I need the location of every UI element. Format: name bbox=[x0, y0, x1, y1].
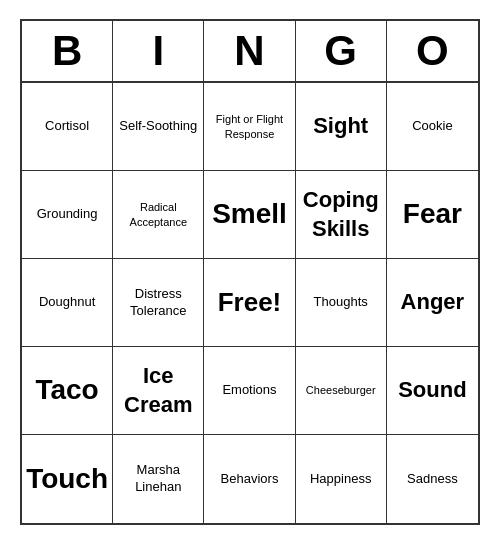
bingo-cell: Sadness bbox=[387, 435, 478, 523]
bingo-grid: CortisolSelf-SoothingFight or Flight Res… bbox=[22, 83, 478, 523]
bingo-cell: Sight bbox=[296, 83, 387, 171]
bingo-cell: Grounding bbox=[22, 171, 113, 259]
bingo-cell: Doughnut bbox=[22, 259, 113, 347]
bingo-cell: Cheeseburger bbox=[296, 347, 387, 435]
bingo-card: BINGO CortisolSelf-SoothingFight or Flig… bbox=[20, 19, 480, 525]
bingo-cell: Sound bbox=[387, 347, 478, 435]
bingo-cell: Self-Soothing bbox=[113, 83, 204, 171]
bingo-cell: Happiness bbox=[296, 435, 387, 523]
bingo-letter: N bbox=[204, 21, 295, 81]
bingo-cell: Ice Cream bbox=[113, 347, 204, 435]
bingo-letter: B bbox=[22, 21, 113, 81]
bingo-cell: Behaviors bbox=[204, 435, 295, 523]
bingo-cell: Free! bbox=[204, 259, 295, 347]
bingo-cell: Taco bbox=[22, 347, 113, 435]
bingo-cell: Anger bbox=[387, 259, 478, 347]
bingo-letter: I bbox=[113, 21, 204, 81]
bingo-cell: Fear bbox=[387, 171, 478, 259]
bingo-cell: Emotions bbox=[204, 347, 295, 435]
bingo-header: BINGO bbox=[22, 21, 478, 83]
bingo-cell: Fight or Flight Response bbox=[204, 83, 295, 171]
bingo-cell: Cortisol bbox=[22, 83, 113, 171]
bingo-letter: G bbox=[296, 21, 387, 81]
bingo-cell: Radical Acceptance bbox=[113, 171, 204, 259]
bingo-cell: Smell bbox=[204, 171, 295, 259]
bingo-cell: Distress Tolerance bbox=[113, 259, 204, 347]
bingo-letter: O bbox=[387, 21, 478, 81]
bingo-cell: Marsha Linehan bbox=[113, 435, 204, 523]
bingo-cell: Touch bbox=[22, 435, 113, 523]
bingo-cell: Coping Skills bbox=[296, 171, 387, 259]
bingo-cell: Thoughts bbox=[296, 259, 387, 347]
bingo-cell: Cookie bbox=[387, 83, 478, 171]
